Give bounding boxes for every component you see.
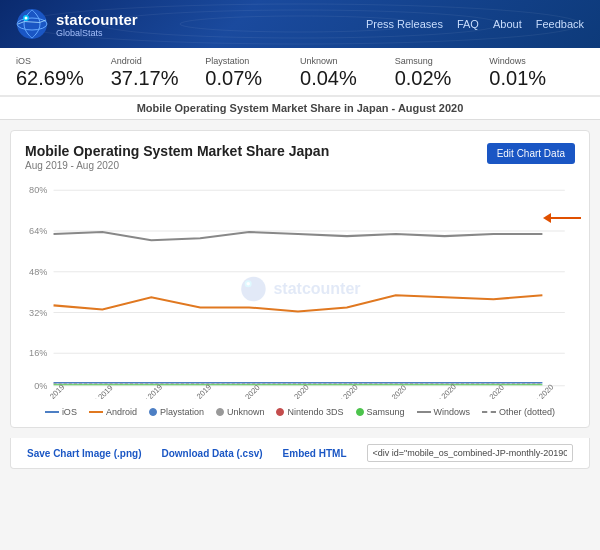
legend-label: iOS [62,407,77,417]
chart-subtitle: Aug 2019 - Aug 2020 [25,160,329,171]
legend-item: Android [89,407,137,417]
chart-title: Mobile Operating System Market Share Jap… [25,143,329,159]
legend-label: Samsung [367,407,405,417]
logo-area: statcounter GlobalStats [16,8,138,40]
legend-symbol [417,411,431,413]
arrow-annotation [543,213,581,223]
legend-label: Other (dotted) [499,407,555,417]
stat-item: Unknown 0.04% [300,56,395,89]
svg-text:80%: 80% [29,185,47,195]
download-data-link[interactable]: Download Data (.csv) [161,448,262,459]
sub-title-bar: Mobile Operating System Market Share in … [0,97,600,120]
svg-point-0 [17,9,47,39]
legend-symbol [482,411,496,413]
svg-text:32%: 32% [29,308,47,318]
nav-links: Press Releases FAQ About Feedback [366,18,584,30]
legend-label: Unknown [227,407,265,417]
stat-label: Windows [489,56,584,66]
logo-icon [16,8,48,40]
stat-item: iOS 62.69% [16,56,111,89]
edit-chart-button[interactable]: Edit Chart Data [487,143,575,164]
stat-item: Samsung 0.02% [395,56,490,89]
legend-symbol [45,411,59,413]
logo-title: statcounter [56,11,138,28]
legend-item: Samsung [356,407,405,417]
embed-html-input[interactable] [367,444,574,462]
save-chart-link[interactable]: Save Chart Image (.png) [27,448,141,459]
stat-value: 0.02% [395,67,490,89]
header: statcounter GlobalStats Press Releases F… [0,0,600,48]
legend-symbol [149,408,157,416]
legend-item: Unknown [216,407,265,417]
svg-point-3 [25,17,28,20]
stat-value: 37.17% [111,67,206,89]
svg-text:64%: 64% [29,226,47,236]
svg-text:48%: 48% [29,267,47,277]
legend-label: Nintendo 3DS [287,407,343,417]
stat-label: Android [111,56,206,66]
legend-symbol [356,408,364,416]
legend-item: Windows [417,407,471,417]
legend-symbol [216,408,224,416]
legend-label: Playstation [160,407,204,417]
stat-label: Samsung [395,56,490,66]
legend-item: iOS [45,407,77,417]
arrow-line [551,217,581,219]
legend-label: Windows [434,407,471,417]
stats-bar: iOS 62.69%Android 37.17%Playstation 0.07… [0,48,600,97]
chart-legend: iOSAndroidPlaystationUnknownNintendo 3DS… [25,407,575,417]
nav-about[interactable]: About [493,18,522,30]
stat-value: 0.07% [205,67,300,89]
chart-svg: 80% 64% 48% 32% 16% 0% Sep 2019 [25,175,575,399]
embed-html-link[interactable]: Embed HTML [283,448,347,459]
stat-label: Playstation [205,56,300,66]
stat-item: Windows 0.01% [489,56,584,89]
nav-press-releases[interactable]: Press Releases [366,18,443,30]
chart-section: Mobile Operating System Market Share Jap… [10,130,590,428]
stat-label: iOS [16,56,111,66]
legend-symbol [89,411,103,413]
svg-text:16%: 16% [29,348,47,358]
stat-value: 0.04% [300,67,395,89]
legend-item: Playstation [149,407,204,417]
chart-wrapper: 80% 64% 48% 32% 16% 0% Sep 2019 [25,175,575,403]
nav-faq[interactable]: FAQ [457,18,479,30]
legend-label: Android [106,407,137,417]
arrow-head [543,213,551,223]
stat-item: Playstation 0.07% [205,56,300,89]
legend-symbol [276,408,284,416]
legend-item: Other (dotted) [482,407,555,417]
footer-actions: Save Chart Image (.png) Download Data (.… [10,438,590,469]
stat-item: Android 37.17% [111,56,206,89]
legend-item: Nintendo 3DS [276,407,343,417]
nav-feedback[interactable]: Feedback [536,18,584,30]
stat-value: 0.01% [489,67,584,89]
logo-sub: GlobalStats [56,28,138,38]
chart-title-area: Mobile Operating System Market Share Jap… [25,143,329,171]
chart-header: Mobile Operating System Market Share Jap… [25,143,575,171]
logo-text: statcounter GlobalStats [56,11,138,38]
svg-text:0%: 0% [34,381,47,391]
stat-label: Unknown [300,56,395,66]
stat-value: 62.69% [16,67,111,89]
